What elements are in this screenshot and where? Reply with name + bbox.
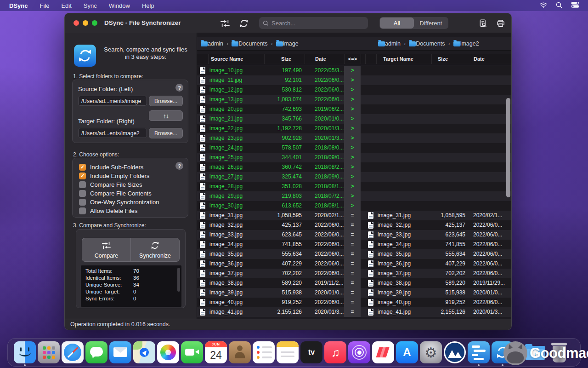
dock-calendar-icon[interactable]: JUN24 <box>205 341 227 363</box>
target-path-field[interactable]: /Users/ad...ents/image2 <box>78 128 147 138</box>
dock-app-store-icon[interactable]: A <box>396 341 418 363</box>
sync-icon[interactable] <box>238 17 250 29</box>
dock-news-icon[interactable] <box>372 341 394 363</box>
header-direction[interactable]: <=> <box>344 54 361 64</box>
log-preview-icon[interactable] <box>477 17 489 29</box>
dock-notes-icon[interactable] <box>277 341 299 363</box>
table-row[interactable]: image_29.jpg219,8032018/07/2...> <box>197 191 511 201</box>
checkbox[interactable] <box>79 207 86 214</box>
table-row[interactable]: image_12.jpg530,8122022/06/0...> <box>197 85 511 95</box>
zoom-button[interactable] <box>92 20 97 26</box>
table-row[interactable]: image_30.jpg613,6522018/08/1...> <box>197 201 511 211</box>
filter-different[interactable]: Different <box>414 17 448 29</box>
source-size-cell: 623,645 <box>264 230 305 240</box>
dock-maps-icon[interactable] <box>133 341 155 363</box>
dock-system-preferences-icon[interactable]: ⚙ <box>420 341 442 363</box>
table-row[interactable]: image_31.jpg1,058,5952020/02/1...=image_… <box>197 211 511 220</box>
synchronize-button[interactable]: Synchronize <box>130 238 179 261</box>
stats-scrollbar[interactable] <box>177 268 180 292</box>
breadcrumb-item-admin[interactable]: admin <box>201 40 223 47</box>
menu-item-edit[interactable]: Edit <box>61 2 71 9</box>
filter-all[interactable]: All <box>380 17 414 29</box>
spotlight-search-icon[interactable] <box>556 2 562 10</box>
header-source-size[interactable]: Size <box>264 54 305 64</box>
header-target-size[interactable]: Size <box>431 54 472 64</box>
dock-launchpad-icon[interactable] <box>38 341 60 363</box>
dock-peaks-app-icon[interactable] <box>444 341 466 363</box>
help-icon[interactable]: ? <box>175 84 183 92</box>
header-source-name[interactable]: Source Name <box>208 54 264 64</box>
browse-source-button[interactable]: Browse... <box>149 96 183 106</box>
print-icon[interactable] <box>495 17 507 29</box>
table-row[interactable]: image_32.jpg425,1372022/06/0...=image_32… <box>197 220 511 230</box>
table-row[interactable]: image_20.jpg742,6932019/06/2...> <box>197 104 511 114</box>
table-row[interactable]: image_39.jpg515,9382020/01/0...=image_39… <box>197 288 511 298</box>
header-source-date[interactable]: Date <box>305 54 344 64</box>
menu-item-window[interactable]: Window <box>109 2 130 9</box>
search-input[interactable]: Search... <box>259 17 368 29</box>
table-row[interactable]: image_21.jpg345,7662020/01/0...> <box>197 114 511 124</box>
table-row[interactable]: image_10.jpg197,4902022/05/3...> <box>197 66 511 75</box>
minimize-button[interactable] <box>83 20 88 26</box>
dock-mail-icon[interactable] <box>109 341 131 363</box>
table-row[interactable]: image_40.jpg919,2522022/06/0...=image_40… <box>197 298 511 307</box>
dock-photos-icon[interactable] <box>157 341 179 363</box>
table-row[interactable]: image_26.jpg360,7422018/08/2...> <box>197 162 511 172</box>
table-row[interactable]: image_13.jpg1,083,0742022/06/0...> <box>197 95 511 104</box>
close-button[interactable] <box>74 20 79 26</box>
vertical-scrollbar[interactable] <box>506 98 510 197</box>
checkbox[interactable] <box>79 199 86 206</box>
file-icon-cell <box>365 220 376 230</box>
table-row[interactable]: image_34.jpg741,8552022/06/0...=image_34… <box>197 240 511 249</box>
dock-podcasts-icon[interactable] <box>348 341 370 363</box>
table-header: Source Name Size Date <=> Target Name Si… <box>197 54 511 64</box>
checkbox-checked[interactable]: ✓ <box>79 164 86 171</box>
browse-target-button[interactable]: Browse... <box>149 128 183 138</box>
stat-label: Total Items: <box>85 268 133 275</box>
menu-app-name[interactable]: DSync <box>9 2 28 9</box>
table-row[interactable]: image_38.jpg589,2202019/11/2...=image_38… <box>197 278 511 288</box>
compare-icon[interactable] <box>219 17 231 29</box>
dock-reminders-icon[interactable] <box>253 341 275 363</box>
file-icon <box>200 289 205 296</box>
wifi-icon[interactable] <box>540 2 547 9</box>
menu-item-help[interactable]: Help <box>142 2 154 9</box>
header-target-date[interactable]: Date <box>472 54 511 64</box>
table-row[interactable]: image_23.jpg902,9282020/01/3...> <box>197 133 511 143</box>
table-row[interactable]: image_27.jpg325,4742018/09/0...> <box>197 172 511 182</box>
table-row[interactable]: image_41.jpg2,155,1262020/01/3...=image_… <box>197 307 511 317</box>
breadcrumb-item-documents[interactable]: Documents <box>409 40 445 47</box>
dock-facetime-icon[interactable] <box>181 341 203 363</box>
breadcrumb-item-image2[interactable]: image2 <box>453 40 479 47</box>
table-row[interactable]: image_22.jpg1,192,7282020/01/3...> <box>197 124 511 133</box>
menu-item-sync[interactable]: Sync <box>84 2 97 9</box>
stat-label: Unique Source: <box>85 282 133 289</box>
header-target-name[interactable]: Target Name <box>376 54 431 64</box>
menu-item-file[interactable]: File <box>40 2 49 9</box>
table-row[interactable]: image_36.jpg407,2292022/06/0...=image_36… <box>197 259 511 269</box>
dock-messages-icon[interactable] <box>85 341 107 363</box>
dock-apple-tv-icon[interactable]: tv <box>300 341 322 363</box>
table-row[interactable]: image_37.jpg702,2022022/06/0...=image_37… <box>197 269 511 278</box>
table-row[interactable]: image_25.jpg344,4012018/09/0...> <box>197 153 511 162</box>
checkbox[interactable] <box>79 190 86 197</box>
table-row[interactable]: image_33.jpg623,6452022/06/0...=image_33… <box>197 230 511 240</box>
source-path-field[interactable]: /Users/ad...ments/image <box>78 96 147 106</box>
table-row[interactable]: image_24.jpg578,5072018/08/0...> <box>197 143 511 153</box>
table-row[interactable]: image_28.jpg351,0282018/08/1...> <box>197 182 511 191</box>
dock-finder-icon[interactable] <box>14 341 36 363</box>
dock-music-icon[interactable]: ♫ <box>324 341 346 363</box>
control-center-icon[interactable] <box>571 2 579 9</box>
compare-button[interactable]: Compare <box>82 238 130 261</box>
table-row[interactable]: image_11.jpg92,1012022/06/0...> <box>197 75 511 85</box>
dock-lists-app-icon[interactable] <box>468 341 490 363</box>
swap-folders-button[interactable]: ↑↓ <box>149 110 183 121</box>
breadcrumb-item-image[interactable]: image <box>276 40 299 47</box>
breadcrumb-item-documents[interactable]: Documents <box>232 40 267 47</box>
checkbox-checked[interactable]: ✓ <box>79 172 86 179</box>
dock-safari-icon[interactable] <box>62 341 84 363</box>
breadcrumb-item-admin[interactable]: admin <box>378 40 401 47</box>
dock-contacts-icon[interactable] <box>229 341 251 363</box>
checkbox[interactable] <box>79 181 86 188</box>
table-row[interactable]: image_35.jpg555,6342022/06/0...=image_35… <box>197 249 511 259</box>
